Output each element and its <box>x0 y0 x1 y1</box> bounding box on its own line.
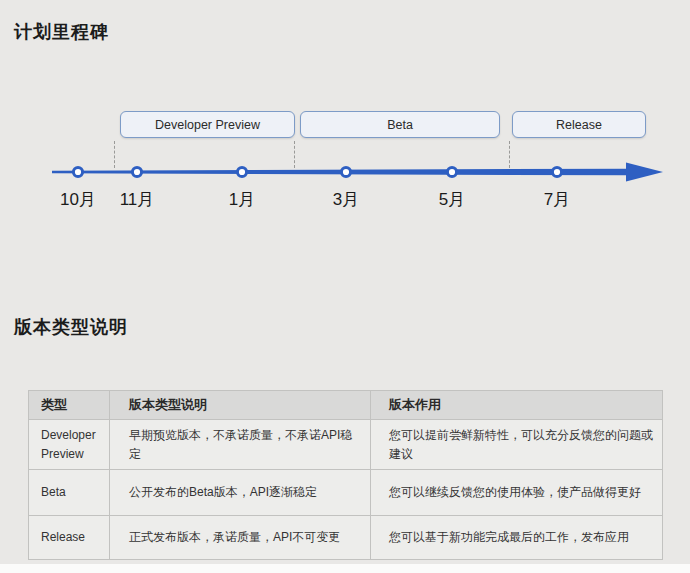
cell-description: 公开发布的Beta版本，API逐渐稳定 <box>110 470 371 516</box>
milestone-dot-oct <box>73 167 82 176</box>
cell-purpose: 您可以基于新功能完成最后的工作，发布应用 <box>371 516 663 560</box>
month-label-mar: 3月 <box>333 188 359 211</box>
phase-label: Developer Preview <box>155 118 260 132</box>
milestone-dot-may <box>447 167 456 176</box>
milestone-dot-jan <box>237 167 246 176</box>
month-label-jul: 7月 <box>544 188 570 211</box>
milestone-dot-jul <box>552 167 561 176</box>
month-label-oct: 10月 <box>60 188 96 211</box>
cell-description: 早期预览版本，不承诺质量，不承诺API稳定 <box>110 420 371 470</box>
cell-type: Developer Preview <box>29 420 110 470</box>
timeline-arrow <box>0 152 690 192</box>
page-bottom-strip <box>0 564 690 573</box>
table-header-row: 类型 版本类型说明 版本作用 <box>29 391 663 420</box>
milestone-section-title: 计划里程碑 <box>14 20 109 44</box>
cell-purpose: 您可以继续反馈您的使用体验，使产品做得更好 <box>371 470 663 516</box>
month-label-nov: 11月 <box>120 188 155 211</box>
milestone-dot-mar <box>341 167 350 176</box>
header-type: 类型 <box>29 391 110 420</box>
milestone-dot-nov <box>132 167 141 176</box>
cell-type: Release <box>29 516 110 560</box>
cell-description: 正式发布版本，承诺质量，API不可变更 <box>110 516 371 560</box>
table-row: Release 正式发布版本，承诺质量，API不可变更 您可以基于新功能完成最后… <box>29 516 663 560</box>
version-type-table: 类型 版本类型说明 版本作用 Developer Preview 早期预览版本，… <box>28 390 663 560</box>
version-types-section-title: 版本类型说明 <box>14 315 128 339</box>
phase-box-release: Release <box>512 111 646 138</box>
cell-purpose: 您可以提前尝鲜新特性，可以充分反馈您的问题或建议 <box>371 420 663 470</box>
phase-box-developer-preview: Developer Preview <box>120 111 295 138</box>
phase-box-beta: Beta <box>300 111 500 138</box>
month-label-jan: 1月 <box>229 188 255 211</box>
cell-type: Beta <box>29 470 110 516</box>
table-row: Developer Preview 早期预览版本，不承诺质量，不承诺API稳定 … <box>29 420 663 470</box>
month-label-may: 5月 <box>439 188 465 211</box>
milestone-doc-page: 计划里程碑 Developer Preview Beta Release 10月… <box>0 0 690 573</box>
header-description: 版本类型说明 <box>110 391 371 420</box>
timeline-arrowhead-icon <box>626 163 663 182</box>
phase-label: Release <box>556 118 602 132</box>
header-purpose: 版本作用 <box>371 391 663 420</box>
phase-label: Beta <box>387 118 413 132</box>
table-row: Beta 公开发布的Beta版本，API逐渐稳定 您可以继续反馈您的使用体验，使… <box>29 470 663 516</box>
